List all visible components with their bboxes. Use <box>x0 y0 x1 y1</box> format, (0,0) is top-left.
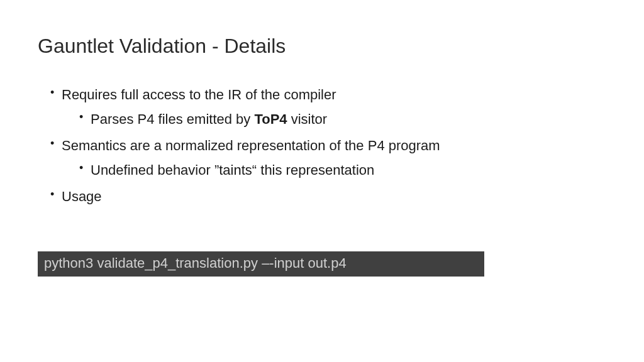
sub-bullet-text-pre: Parses P4 files emitted by <box>91 111 254 127</box>
bullet-item: Semantics are a normalized representatio… <box>50 134 606 182</box>
code-block: python3 validate_p4_translation.py –-inp… <box>38 251 484 277</box>
bullet-text: Semantics are a normalized representatio… <box>62 138 440 153</box>
sub-bullet-text-bold: ToP4 <box>254 111 287 127</box>
bullet-list: Requires full access to the IR of the co… <box>38 83 606 208</box>
bullet-item: Requires full access to the IR of the co… <box>50 83 606 131</box>
sub-bullet-text: Undefined behavior ”taints“ this represe… <box>91 162 374 178</box>
sub-bullet-list: Undefined behavior ”taints“ this represe… <box>62 158 606 182</box>
bullet-item: Usage <box>50 185 606 208</box>
bullet-text: Usage <box>62 189 102 204</box>
sub-bullet-item: Undefined behavior ”taints“ this represe… <box>79 158 606 182</box>
sub-bullet-list: Parses P4 files emitted by ToP4 visitor <box>62 107 606 131</box>
sub-bullet-text-post: visitor <box>287 111 328 127</box>
slide-title: Gauntlet Validation - Details <box>38 35 606 58</box>
bullet-text: Requires full access to the IR of the co… <box>62 87 336 102</box>
sub-bullet-item: Parses P4 files emitted by ToP4 visitor <box>79 107 606 131</box>
